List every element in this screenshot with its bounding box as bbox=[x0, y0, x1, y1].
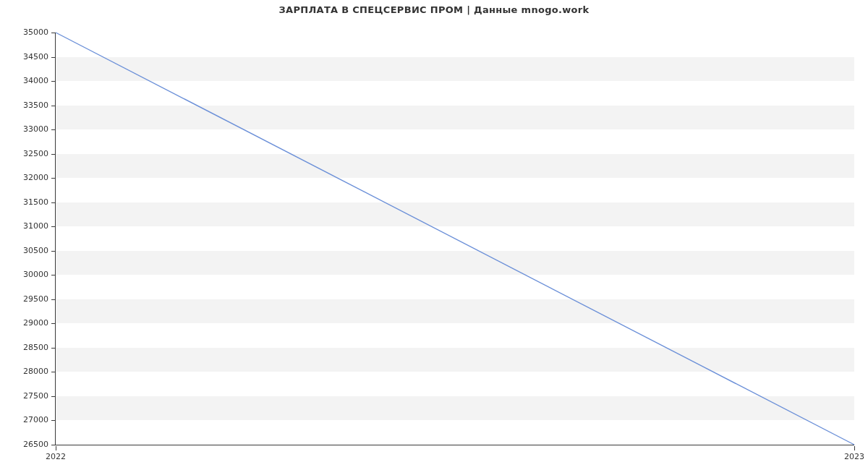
y-tick-mark bbox=[51, 420, 56, 421]
y-tick-label: 35000 bbox=[23, 27, 48, 37]
y-tick-label: 28000 bbox=[23, 367, 48, 376]
x-tick-mark bbox=[854, 446, 855, 450]
y-tick-mark bbox=[51, 81, 56, 82]
y-tick-mark bbox=[51, 372, 56, 372]
y-tick-mark bbox=[51, 323, 56, 324]
x-tick-label: 2023 bbox=[844, 452, 864, 461]
x-tick-label: 2022 bbox=[46, 452, 66, 461]
chart-container: ЗАРПЛАТА В СПЕЦСЕРВИС ПРОМ | Данные mnog… bbox=[0, 0, 868, 470]
y-tick-mark bbox=[51, 396, 56, 397]
y-tick-mark bbox=[51, 251, 56, 252]
y-tick-mark bbox=[51, 33, 56, 33]
y-tick-mark bbox=[51, 129, 56, 130]
y-tick-label: 27000 bbox=[23, 415, 48, 424]
y-tick-label: 31500 bbox=[23, 197, 48, 207]
y-tick-mark bbox=[51, 202, 56, 203]
y-tick-label: 30500 bbox=[23, 246, 48, 255]
plot-area: 2650027000275002800028500290002950030000… bbox=[55, 33, 854, 445]
y-tick-mark bbox=[51, 226, 56, 227]
y-tick-label: 34000 bbox=[23, 76, 48, 85]
y-tick-mark bbox=[51, 445, 56, 445]
y-tick-label: 27500 bbox=[23, 391, 48, 401]
y-tick-label: 29500 bbox=[23, 294, 48, 304]
y-tick-mark bbox=[51, 57, 56, 58]
data-line bbox=[56, 33, 854, 445]
y-tick-label: 28500 bbox=[23, 343, 48, 352]
y-tick-mark bbox=[51, 275, 56, 275]
y-tick-label: 33000 bbox=[23, 124, 48, 134]
y-tick-label: 30000 bbox=[23, 270, 48, 279]
y-tick-label: 32500 bbox=[23, 149, 48, 158]
y-tick-label: 29000 bbox=[23, 318, 48, 328]
y-tick-label: 33500 bbox=[23, 101, 48, 110]
y-tick-label: 31000 bbox=[23, 221, 48, 231]
y-tick-mark bbox=[51, 299, 56, 300]
line-layer bbox=[56, 33, 854, 445]
y-tick-mark bbox=[51, 106, 56, 106]
chart-title: ЗАРПЛАТА В СПЕЦСЕРВИС ПРОМ | Данные mnog… bbox=[0, 4, 868, 15]
y-tick-mark bbox=[51, 348, 56, 349]
y-tick-label: 26500 bbox=[23, 440, 48, 449]
y-tick-label: 32000 bbox=[23, 173, 48, 182]
y-tick-mark bbox=[51, 178, 56, 179]
y-tick-label: 34500 bbox=[23, 52, 48, 61]
x-tick-mark bbox=[56, 446, 56, 450]
y-tick-mark bbox=[51, 154, 56, 155]
